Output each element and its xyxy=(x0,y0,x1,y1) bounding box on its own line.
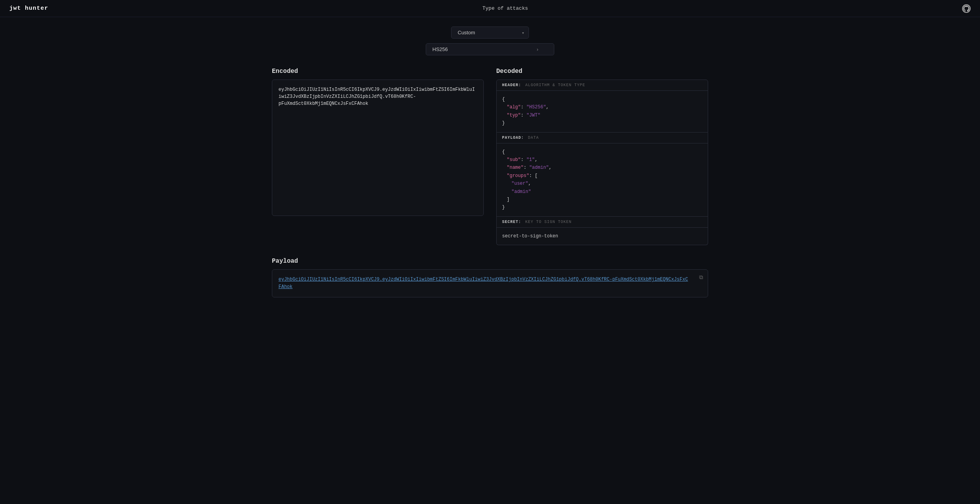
payload-section-title: Payload xyxy=(272,258,708,265)
groups-field: "groups": [ xyxy=(502,173,538,179)
encoded-title: Encoded xyxy=(272,68,484,75)
payload-json: { "sub": "1", "name": "admin", "groups":… xyxy=(502,148,702,212)
decoded-panel: Decoded HEADER: ALGORITHM & TOKEN TYPE {… xyxy=(496,68,708,245)
payload-token-text[interactable]: eyJhbGciOiJIUzI1NiIsInR5cCI6IkpXVCJ9.eyJ… xyxy=(278,277,688,290)
payload-section: Payload eyJhbGciOiJIUzI1NiIsInR5cCI6IkpX… xyxy=(272,258,708,297)
main-content: Custom None Alg Algorithm Confusion Brut… xyxy=(256,17,724,307)
page-title: Type of attacks xyxy=(482,5,528,11)
json-close-brace: } xyxy=(502,120,505,126)
decoded-payload-body: { "sub": "1", "name": "admin", "groups":… xyxy=(497,143,708,216)
secret-sublabel: KEY TO SIGN TOKEN xyxy=(525,220,572,224)
alg-key: "alg": "HS256", xyxy=(502,104,549,110)
name-field: "name": "admin", xyxy=(502,165,552,170)
algo-button-wrapper: HS256 › xyxy=(426,43,554,55)
encoded-textarea[interactable]: eyJhbGciOiJIUzI1NiIsInR5cCI6IkpXVCJ9.eyJ… xyxy=(272,80,484,216)
group-user: "user", xyxy=(502,181,531,186)
header-sublabel: ALGORITHM & TOKEN TYPE xyxy=(525,83,585,87)
typ-key: "typ": "JWT" xyxy=(502,113,540,118)
decoded-secret-body xyxy=(497,228,708,245)
encoded-panel: Encoded eyJhbGciOiJIUzI1NiIsInR5cCI6IkpX… xyxy=(272,68,484,245)
header-json: { "alg": "HS256", "typ": "JWT" } xyxy=(502,95,702,127)
json-open-brace: { xyxy=(502,97,505,102)
group-admin: "admin" xyxy=(502,189,531,195)
copy-icon[interactable]: ⧉ xyxy=(699,274,703,281)
app-brand: jwt hunter xyxy=(9,5,48,12)
payload-sublabel: DATA xyxy=(528,136,539,140)
decoded-secret-section: SECRET: KEY TO SIGN TOKEN xyxy=(496,217,708,245)
payload-box: eyJhbGciOiJIUzI1NiIsInR5cCI6IkpXVCJ9.eyJ… xyxy=(272,269,708,297)
decoded-payload-label: PAYLOAD: DATA xyxy=(497,133,708,143)
decoded-title: Decoded xyxy=(496,68,708,75)
attack-type-select[interactable]: Custom None Alg Algorithm Confusion Brut… xyxy=(451,27,529,39)
decoded-payload-section: PAYLOAD: DATA { "sub": "1", "name": "adm… xyxy=(496,133,708,217)
github-icon[interactable] xyxy=(962,4,971,13)
decoded-secret-label: SECRET: KEY TO SIGN TOKEN xyxy=(497,217,708,228)
navbar: jwt hunter Type of attacks xyxy=(0,0,980,17)
two-column-layout: Encoded eyJhbGciOiJIUzI1NiIsInR5cCI6IkpX… xyxy=(272,68,708,245)
attack-select-wrapper: Custom None Alg Algorithm Confusion Brut… xyxy=(451,27,529,39)
decoded-header-label: HEADER: ALGORITHM & TOKEN TYPE xyxy=(497,80,708,91)
secret-label: SECRET: xyxy=(502,220,521,224)
groups-close: ] xyxy=(502,197,509,202)
chevron-right-icon: › xyxy=(537,47,538,52)
top-controls: Custom None Alg Algorithm Confusion Brut… xyxy=(272,27,708,55)
algorithm-value: HS256 xyxy=(432,46,448,52)
payload-label: PAYLOAD: xyxy=(502,136,524,140)
algorithm-button[interactable]: HS256 › xyxy=(426,43,554,55)
sub-field: "sub": "1", xyxy=(502,157,538,163)
decoded-header-body: { "alg": "HS256", "typ": "JWT" } xyxy=(497,91,708,132)
secret-input[interactable] xyxy=(502,233,702,239)
decoded-header-section: HEADER: ALGORITHM & TOKEN TYPE { "alg": … xyxy=(496,80,708,133)
decoded-sections: HEADER: ALGORITHM & TOKEN TYPE { "alg": … xyxy=(496,80,708,245)
header-label: HEADER: xyxy=(502,83,521,87)
